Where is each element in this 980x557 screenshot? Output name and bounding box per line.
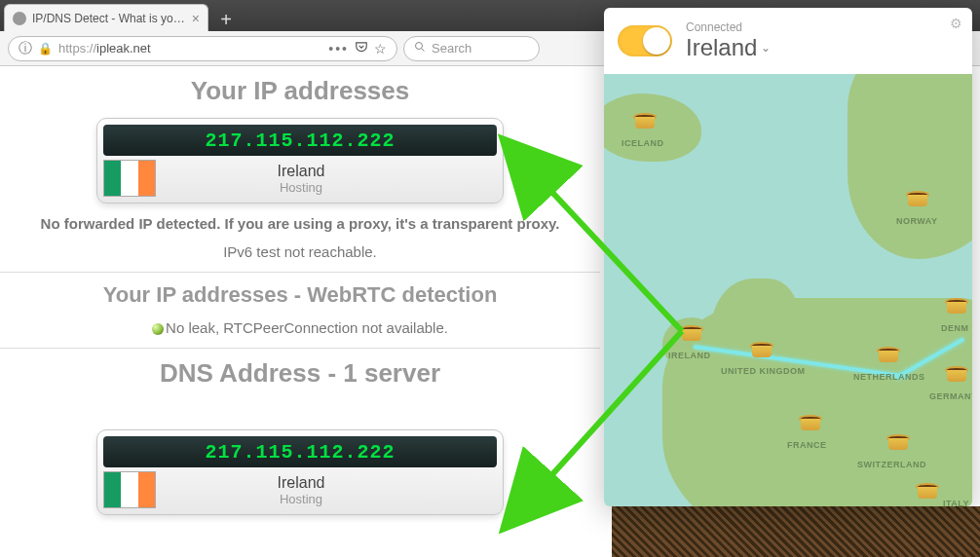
- vpn-panel: Connected Ireland ⌄ ⚙ ICELAND NORWAY: [604, 8, 972, 506]
- url-protocol: https://: [58, 41, 96, 56]
- search-icon: [414, 41, 426, 56]
- map-label-iceland: ICELAND: [622, 138, 664, 148]
- map-label-ireland: IRELAND: [668, 351, 711, 360]
- ip-subtitle: Hosting: [158, 180, 444, 195]
- ip-country: Ireland: [158, 163, 444, 180]
- search-bar[interactable]: Search: [403, 36, 540, 61]
- tab-title: IP/DNS Detect - What is your IP: [32, 12, 188, 25]
- bookmark-star-icon[interactable]: ☆: [374, 41, 387, 56]
- url-host: ipleak.net: [96, 41, 151, 56]
- dns-subtitle: Hosting: [158, 492, 444, 506]
- server-switzerland[interactable]: [886, 434, 910, 454]
- new-tab-button[interactable]: +: [212, 8, 240, 31]
- ipv6-note: IPv6 test not reachable.: [8, 243, 592, 260]
- ireland-flag-icon: [103, 160, 156, 197]
- ip-card: 217.115.112.222 Ireland Hosting: [96, 118, 504, 204]
- url-text: https://ipleak.net: [58, 41, 322, 56]
- server-uk[interactable]: [750, 342, 773, 361]
- dns-card: 217.115.112.222 Ireland Hosting: [96, 429, 504, 515]
- forwarded-ip-note: No forwarded IP detected. If you are usi…: [8, 215, 592, 232]
- vpn-header: Connected Ireland ⌄ ⚙: [604, 8, 972, 74]
- webrtc-status: No leak, RTCPeerConnection not available…: [8, 319, 592, 336]
- server-italy[interactable]: [916, 483, 939, 502]
- gear-icon[interactable]: ⚙: [950, 16, 962, 31]
- search-placeholder: Search: [432, 41, 471, 56]
- vpn-map[interactable]: ICELAND NORWAY IRELAND UNITED KINGDOM DE…: [604, 74, 972, 506]
- map-label-netherlands: NETHERLANDS: [853, 372, 925, 382]
- ireland-flag-icon: [103, 471, 156, 508]
- page-content: Your IP addresses 217.115.112.222 Irelan…: [0, 66, 600, 557]
- dns-ip-value: 217.115.112.222: [103, 436, 497, 467]
- browser-tab[interactable]: IP/DNS Detect - What is your IP ×: [4, 4, 208, 31]
- toggle-knob: [643, 27, 670, 55]
- ip-address-value: 217.115.112.222: [103, 125, 497, 156]
- svg-point-0: [416, 43, 423, 50]
- background-texture: [612, 506, 980, 557]
- tab-close-icon[interactable]: ×: [192, 11, 200, 26]
- site-info-icon[interactable]: ⓘ: [19, 40, 32, 57]
- map-label-italy: ITALY: [943, 499, 969, 506]
- vpn-location-dropdown[interactable]: Ireland ⌄: [686, 34, 771, 61]
- map-label-denmark: DENM: [941, 323, 969, 333]
- map-label-germany: GERMANY: [929, 391, 972, 401]
- divider: [0, 348, 600, 349]
- lock-icon: 🔒: [38, 42, 53, 56]
- divider: [0, 272, 600, 273]
- map-label-switzerland: SWITZERLAND: [857, 460, 926, 469]
- server-denmark[interactable]: [945, 298, 968, 317]
- pocket-icon[interactable]: [355, 40, 368, 56]
- server-germany[interactable]: [945, 366, 968, 386]
- server-netherlands[interactable]: [877, 347, 900, 366]
- map-label-uk: UNITED KINGDOM: [721, 366, 806, 376]
- server-iceland[interactable]: [633, 113, 657, 132]
- vpn-toggle[interactable]: [618, 25, 672, 56]
- heading-ip-addresses: Your IP addresses: [0, 76, 600, 106]
- status-orb-icon: [152, 323, 164, 335]
- svg-line-1: [422, 49, 425, 52]
- server-ireland[interactable]: [680, 325, 703, 345]
- chevron-down-icon: ⌄: [761, 41, 771, 55]
- server-norway[interactable]: [906, 191, 929, 210]
- page-actions-icon[interactable]: •••: [328, 41, 349, 56]
- server-france[interactable]: [799, 415, 822, 434]
- tab-favicon: [13, 12, 26, 25]
- heading-webrtc: Your IP addresses - WebRTC detection: [0, 282, 600, 308]
- vpn-status-label: Connected: [686, 20, 771, 34]
- map-label-france: FRANCE: [787, 440, 827, 450]
- url-bar[interactable]: ⓘ 🔒 https://ipleak.net ••• ☆: [8, 36, 397, 61]
- heading-dns: DNS Address - 1 server: [0, 358, 600, 389]
- dns-country: Ireland: [158, 474, 444, 492]
- map-label-norway: NORWAY: [896, 216, 938, 226]
